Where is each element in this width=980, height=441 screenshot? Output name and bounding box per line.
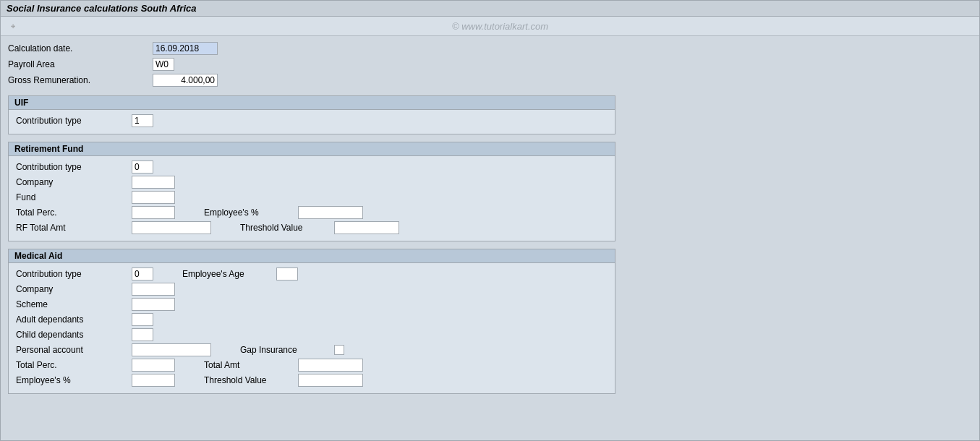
retirement-fund-section: Retirement Fund Contribution type Compan… (8, 142, 615, 241)
uif-contribution-type-row: Contribution type (16, 114, 608, 127)
rf-contribution-type-label: Contribution type (16, 162, 132, 172)
ma-total-amt-input[interactable] (298, 359, 363, 372)
ma-total-amt-group: Total Amt (204, 359, 363, 372)
ma-adult-dependants-label: Adult dependants (16, 314, 132, 325)
ma-gap-insurance-checkbox[interactable] (334, 345, 344, 355)
ma-adult-dependants-row: Adult dependants (16, 313, 608, 326)
rf-contribution-type-input[interactable] (132, 160, 153, 174)
payroll-area-label: Payroll Area (8, 59, 153, 69)
ma-personal-account-row: Personal account Gap Insurance (16, 343, 608, 356)
ma-total-perc-row: Total Perc. Total Amt (16, 359, 608, 372)
uif-header: UIF (9, 96, 615, 110)
ma-contribution-type-row: Contribution type Employee's Age (16, 267, 608, 281)
rf-total-perc-label: Total Perc. (16, 207, 132, 218)
uif-section: UIF Contribution type (8, 95, 615, 134)
ma-scheme-label: Scheme (16, 299, 132, 309)
ma-threshold-input[interactable] (298, 374, 363, 387)
rf-company-row: Company (16, 176, 608, 189)
ma-threshold-group: Threshold Value (204, 374, 363, 387)
rf-company-input[interactable] (132, 176, 175, 189)
medical-aid-body: Contribution type Employee's Age Company… (9, 263, 615, 393)
main-window: Social Insurance calculations South Afri… (0, 0, 980, 441)
rf-employees-pct-label: Employee's % (204, 207, 298, 218)
ma-employees-age-group: Employee's Age (182, 267, 298, 281)
rf-threshold-group: Threshold Value (240, 221, 399, 234)
medical-aid-section: Medical Aid Contribution type Employee's… (8, 249, 615, 394)
payroll-area-input[interactable] (153, 58, 174, 71)
ma-scheme-row: Scheme (16, 298, 608, 311)
ma-total-perc-input[interactable] (132, 359, 175, 372)
rf-fund-label: Fund (16, 192, 132, 202)
ma-personal-account-input[interactable] (132, 343, 211, 356)
title-bar: Social Insurance calculations South Afri… (1, 1, 979, 17)
retirement-fund-body: Contribution type Company Fund Total Per… (9, 156, 615, 241)
ma-child-dependants-label: Child dependants (16, 330, 132, 340)
ma-employees-age-label: Employee's Age (182, 269, 276, 279)
toolbar: ⌖ © www.tutorialkart.com (1, 17, 979, 36)
uif-body: Contribution type (9, 110, 615, 134)
retirement-fund-header: Retirement Fund (9, 142, 615, 156)
rf-fund-input[interactable] (132, 191, 175, 204)
rf-company-label: Company (16, 177, 132, 187)
watermark: © www.tutorialkart.com (27, 21, 973, 32)
rf-total-amt-row: RF Total Amt Threshold Value (16, 221, 608, 234)
nav-icon[interactable]: ⌖ (7, 20, 20, 33)
ma-company-label: Company (16, 284, 132, 294)
calc-date-input[interactable] (153, 42, 218, 55)
rf-employees-pct-group: Employee's % (204, 206, 363, 219)
ma-scheme-input[interactable] (132, 298, 175, 311)
ma-company-input[interactable] (132, 283, 175, 296)
ma-company-row: Company (16, 283, 608, 296)
ma-contribution-type-input[interactable] (132, 267, 153, 281)
ma-child-dependants-input[interactable] (132, 328, 153, 341)
gross-rem-row: Gross Remuneration. (8, 74, 972, 87)
ma-child-dependants-row: Child dependants (16, 328, 608, 341)
uif-contribution-type-label: Contribution type (16, 116, 132, 126)
ma-contribution-type-label: Contribution type (16, 269, 132, 279)
payroll-area-row: Payroll Area (8, 58, 972, 71)
calc-date-row: Calculation date. (8, 42, 972, 55)
ma-total-perc-label: Total Perc. (16, 360, 132, 370)
ma-employees-pct-row: Employee's % Threshold Value (16, 374, 608, 387)
ma-employees-pct-label: Employee's % (16, 375, 132, 385)
ma-employees-age-input[interactable] (276, 267, 298, 281)
ma-personal-account-label: Personal account (16, 345, 132, 355)
gross-rem-label: Gross Remuneration. (8, 75, 153, 85)
uif-contribution-type-input[interactable] (132, 114, 153, 127)
rf-threshold-input[interactable] (334, 221, 399, 234)
rf-total-amt-input[interactable] (132, 221, 211, 234)
gross-rem-input[interactable] (153, 74, 218, 87)
rf-total-perc-row: Total Perc. Employee's % (16, 206, 608, 219)
ma-employees-pct-input[interactable] (132, 374, 175, 387)
rf-total-amt-label: RF Total Amt (16, 223, 132, 233)
content-area: Calculation date. Payroll Area Gross Rem… (1, 36, 979, 407)
rf-contribution-type-row: Contribution type (16, 160, 608, 174)
rf-fund-row: Fund (16, 191, 608, 204)
medical-aid-header: Medical Aid (9, 249, 615, 263)
ma-adult-dependants-input[interactable] (132, 313, 153, 326)
ma-gap-insurance-group: Gap Insurance (240, 345, 344, 355)
rf-employees-pct-input[interactable] (298, 206, 363, 219)
window-title: Social Insurance calculations South Afri… (7, 3, 196, 14)
calc-date-label: Calculation date. (8, 43, 153, 53)
ma-threshold-label: Threshold Value (204, 375, 298, 385)
ma-total-amt-label: Total Amt (204, 360, 298, 370)
rf-total-perc-input[interactable] (132, 206, 175, 219)
ma-gap-insurance-label: Gap Insurance (240, 345, 334, 355)
rf-threshold-label: Threshold Value (240, 223, 334, 233)
